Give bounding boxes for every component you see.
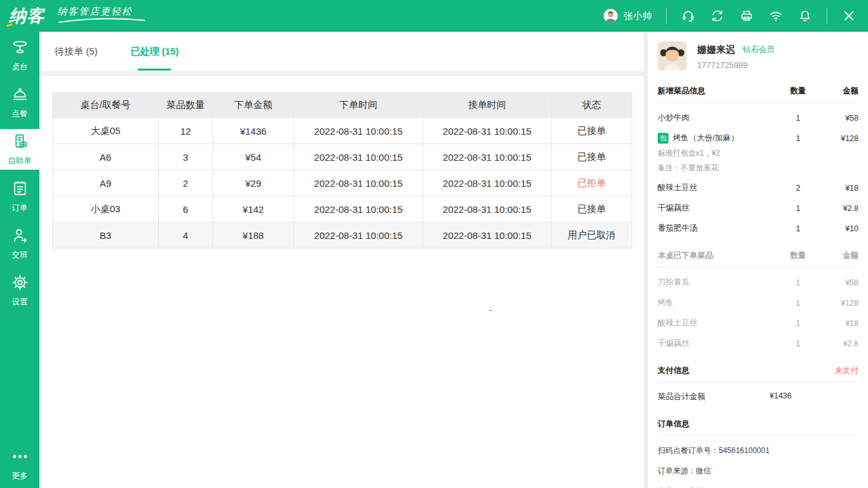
dish-row: 番茄肥牛汤 1 ¥10 — [658, 223, 858, 234]
section-divider — [658, 382, 858, 383]
column-header: 下单金额 — [213, 93, 294, 118]
tab-label: 已处理 (15) — [131, 46, 179, 58]
customer-avatar — [658, 41, 687, 71]
cloche-icon — [11, 86, 29, 105]
section-divider — [658, 102, 858, 103]
dish-qty: 1 — [782, 224, 814, 233]
cell-status: 已拒单 — [552, 170, 632, 196]
cell-order-time: 2022-08-31 10:00:15 — [294, 196, 423, 222]
sidebar-item-ordering[interactable]: 点餐 — [0, 79, 39, 126]
slogan-swoosh-icon — [57, 18, 146, 24]
order-row[interactable]: A9 2 ¥29 2022-08-31 10:00:15 2022-08-31 … — [53, 170, 632, 196]
cell-amount: ¥188 — [213, 222, 294, 248]
cell-accept-time: 2022-08-31 10:00:15 — [423, 144, 552, 170]
dish-qty: 2 — [782, 184, 814, 193]
main-content: 待接单 (5) 已处理 (15) 桌台/取餐号 菜品数量 下单金额 下单时间 接… — [39, 32, 644, 488]
dish-amount: ¥18 — [814, 184, 858, 193]
section-divider — [658, 267, 858, 268]
order-info-header: 订单信息 — [658, 419, 858, 430]
sidebar-item-more[interactable]: 更多 — [0, 446, 39, 483]
order-row[interactable]: 小桌03 6 ¥142 2022-08-31 10:00:15 2022-08-… — [53, 196, 632, 222]
sidebar-item-shift[interactable]: 交班 — [0, 220, 39, 267]
sidebar-item-label: 更多 — [12, 471, 28, 482]
brand-slogan: 纳客管店更轻松 — [57, 6, 146, 24]
order-detail-panel: 姗姗来迟 钻石会员 17771725989 新增菜品信息 数量 金额 小炒牛肉 … — [648, 32, 868, 488]
sidebar-item-orders[interactable]: 订单 — [0, 173, 39, 220]
order-row[interactable]: A6 3 ¥54 2022-08-31 10:00:15 2022-08-31 … — [53, 144, 632, 170]
orders-table: 桌台/取餐号 菜品数量 下单金额 下单时间 接单时间 状态 大桌05 12 ¥1… — [52, 92, 632, 248]
cell-status: 用户已取消 — [552, 222, 632, 248]
cell-order-time: 2022-08-31 10:00:15 — [294, 118, 423, 144]
notification-bell-icon[interactable] — [797, 8, 813, 24]
cell-dish-count: 3 — [159, 144, 213, 170]
cell-amount: ¥29 — [213, 170, 294, 196]
dish-qty: 1 — [782, 134, 814, 143]
amount-header: 金额 — [814, 250, 858, 261]
sidebar-item-label: 交班 — [12, 250, 28, 261]
printer-icon[interactable] — [739, 8, 754, 24]
ordered-dishes-header: 本桌已下单菜品 数量 金额 — [658, 250, 858, 261]
order-row[interactable]: 大桌05 12 ¥1436 2022-08-31 10:00:15 2022-0… — [53, 118, 632, 144]
member-level-badge: 钻石会员 — [743, 44, 775, 55]
tab-processed[interactable]: 已处理 (15) — [128, 32, 182, 71]
close-icon[interactable] — [841, 8, 857, 24]
cell-table-no: B3 — [53, 222, 159, 248]
table-icon — [11, 39, 29, 58]
shift-icon — [11, 227, 29, 247]
total-value: ¥1436 — [770, 391, 792, 402]
payment-status-badge: 未支付 — [835, 365, 859, 376]
dish-name: 酸辣土豆丝 — [658, 182, 782, 193]
stray-dash: - — [489, 305, 492, 315]
payment-header: 支付信息 未支付 — [658, 365, 858, 376]
cell-status: 已接单 — [552, 118, 632, 144]
customer-service-icon[interactable] — [681, 8, 696, 24]
customer-meta: 姗姗来迟 钻石会员 17771725989 — [697, 41, 775, 71]
cell-order-time: 2022-08-31 10:00:15 — [294, 222, 423, 248]
wifi-icon[interactable] — [768, 8, 783, 24]
cloud-sync-icon[interactable] — [710, 8, 725, 24]
pack-note: 标准打包盒x1，¥2 — [658, 148, 858, 158]
cell-status: 已接单 — [552, 196, 632, 222]
tab-separator — [39, 71, 644, 76]
tab-pending[interactable]: 待接单 (5) — [52, 32, 100, 71]
app-window: 纳客 纳客管店更轻松 — [0, 0, 868, 488]
section-title: 本桌已下单菜品 — [658, 250, 782, 261]
dish-row: 包 烤鱼（大份/加麻） 1 ¥128 — [658, 133, 858, 144]
more-dots-icon — [11, 448, 29, 468]
dish-qty: 1 — [782, 299, 814, 308]
total-label: 菜品合计金额 — [658, 391, 770, 402]
current-user[interactable]: 张小帅 — [603, 8, 652, 24]
sidebar-item-tables[interactable]: 桌台 — [0, 32, 39, 79]
panel-divider — [644, 32, 648, 488]
dish-amount: ¥18 — [814, 319, 858, 328]
tab-bar: 待接单 (5) 已处理 (15) — [39, 32, 644, 71]
cell-accept-time: 2022-08-31 10:00:15 — [423, 222, 552, 248]
dish-name: 小炒牛肉 — [658, 112, 782, 123]
dish-row: 酸辣土豆丝 1 ¥18 — [658, 318, 858, 329]
cell-amount: ¥54 — [213, 144, 294, 170]
order-row-selected[interactable]: B3 4 ¥188 2022-08-31 10:00:15 2022-08-31… — [53, 222, 632, 248]
user-avatar — [603, 8, 618, 24]
column-header: 菜品数量 — [159, 93, 213, 118]
takeout-badge: 包 — [658, 133, 668, 144]
sidebar-item-label: 自助单 — [8, 156, 32, 166]
dish-qty: 1 — [782, 114, 814, 123]
dish-amount: ¥2.8 — [814, 204, 858, 213]
order-info-line: 订单来源：微信 — [658, 466, 858, 477]
sidebar-item-label: 订单 — [12, 203, 28, 214]
sidebar: 桌台 点餐 自助单 订单 交班 — [0, 32, 39, 488]
cell-amount: ¥142 — [213, 196, 294, 222]
ordered-dishes-section: 本桌已下单菜品 数量 金额 刀拍黄瓜 1 ¥58 烤鱼 1 ¥128 酸辣土豆丝… — [658, 250, 858, 349]
sidebar-item-settings[interactable]: 设置 — [0, 267, 39, 314]
section-title: 新增菜品信息 — [658, 86, 782, 97]
dish-name-text: 烤鱼（大份/加麻） — [673, 133, 738, 144]
dish-qty: 1 — [782, 319, 814, 328]
dish-qty: 1 — [782, 204, 814, 213]
dish-remark: 备注：不要放葱花 — [658, 163, 858, 173]
sidebar-item-self-order[interactable]: 自助单 — [0, 129, 39, 170]
orders-table-header-row: 桌台/取餐号 菜品数量 下单金额 下单时间 接单时间 状态 — [53, 93, 632, 118]
cell-dish-count: 6 — [159, 196, 213, 222]
dish-amount: ¥58 — [814, 278, 858, 287]
dish-amount: ¥10 — [814, 224, 858, 233]
section-divider — [658, 435, 858, 436]
